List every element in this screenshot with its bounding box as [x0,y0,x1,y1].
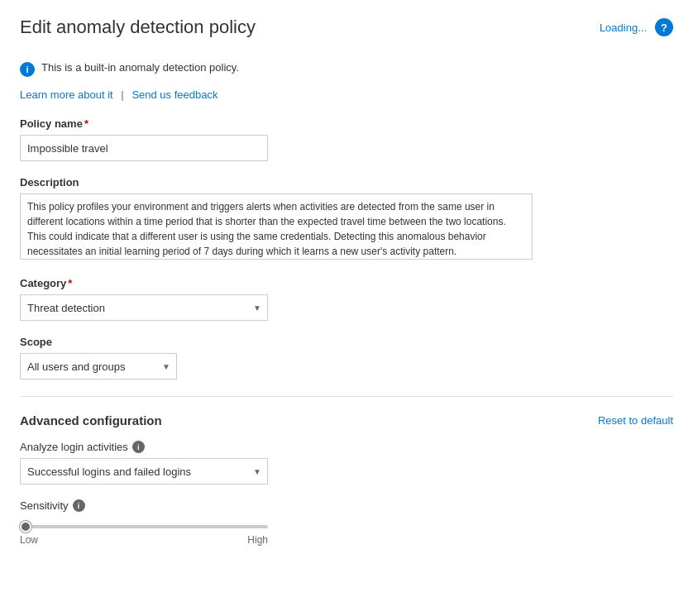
info-icon-symbol: i [20,62,35,77]
section-divider [20,396,673,397]
slider-container: Low High [20,518,268,546]
advanced-config-header: Advanced configuration Reset to default [20,413,673,427]
category-select-wrapper: Threat detection Data loss prevention Ac… [20,294,268,321]
description-wrapper: This policy profiles your environment an… [20,193,533,262]
policy-name-section: Policy name* [20,117,673,161]
feedback-link[interactable]: Send us feedback [131,88,217,101]
slider-labels: Low High [20,534,268,546]
advanced-config-title: Advanced configuration [20,413,162,427]
sensitivity-section: Sensitivity i Low High [20,499,673,546]
page-title: Edit anomaly detection policy [20,17,256,38]
policy-name-input[interactable] [20,135,268,161]
links-row: Learn more about it | Send us feedback [20,88,673,101]
learn-more-link[interactable]: Learn more about it [20,88,113,101]
sensitivity-slider[interactable] [20,525,268,528]
category-section: Category* Threat detection Data loss pre… [20,277,673,321]
header: Edit anomaly detection policy Loading...… [20,17,673,38]
header-right: Loading... ? [600,18,673,36]
high-label: High [247,534,268,546]
login-activities-select[interactable]: Successful logins and failed logins Succ… [20,458,268,485]
description-label: Description [20,176,673,189]
info-banner-text: This is a built-in anomaly detection pol… [41,61,239,74]
policy-name-label: Policy name* [20,117,673,130]
scope-select[interactable]: All users and groups Specific users and … [20,353,177,380]
help-icon[interactable]: ? [655,18,673,36]
scope-label: Scope [20,336,673,348]
info-banner: i This is a built-in anomaly detection p… [20,55,673,84]
scope-select-wrapper: All users and groups Specific users and … [20,353,177,380]
description-section: Description This policy profiles your en… [20,176,673,262]
scope-section: Scope All users and groups Specific user… [20,336,673,380]
analyze-login-section: Analyze login activities i Successful lo… [20,441,673,485]
low-label: Low [20,534,38,546]
sensitivity-label: Sensitivity i [20,499,673,512]
login-select-wrapper: Successful logins and failed logins Succ… [20,458,268,485]
analyze-login-label: Analyze login activities i [20,441,673,453]
loading-status: Loading... [600,21,647,34]
sensitivity-tooltip-icon[interactable]: i [73,499,85,512]
category-label: Category* [20,277,673,289]
link-separator: | [121,88,123,101]
category-select[interactable]: Threat detection Data loss prevention Ac… [20,294,268,321]
reset-to-default-link[interactable]: Reset to default [598,414,673,427]
description-input[interactable]: This policy profiles your environment an… [20,193,533,260]
analyze-login-tooltip-icon[interactable]: i [132,441,145,453]
